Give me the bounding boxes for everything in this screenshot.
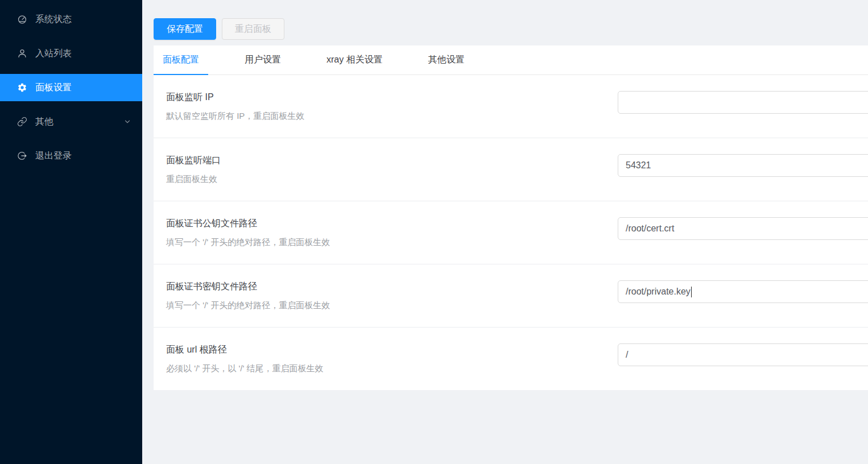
field-label: 面板证书密钥文件路径 (166, 280, 618, 293)
sidebar-item-label: 入站列表 (35, 48, 72, 60)
input-value: 54321 (626, 160, 651, 171)
field-description: 必须以 '/' 开头，以 '/' 结尾，重启面板生效 (166, 362, 618, 374)
sidebar-item-inbound-list[interactable]: 入站列表 (0, 40, 142, 67)
restart-panel-button[interactable]: 重启面板 (222, 18, 284, 40)
input-value: /root/private.key (626, 287, 691, 297)
panel-config-form: 面板监听 IP 默认留空监听所有 IP，重启面板生效 (154, 75, 868, 390)
settings-card: 面板配置 用户设置 xray 相关设置 其他设置 (154, 45, 868, 390)
tab-label: 面板配置 (163, 55, 199, 64)
tab-bar: 面板配置 用户设置 xray 相关设置 其他设置 (154, 45, 868, 75)
sidebar-item-label: 面板设置 (35, 82, 72, 94)
field-description: 填写一个 '/' 开头的绝对路径，重启面板生效 (166, 299, 618, 311)
tab-xray-settings[interactable]: xray 相关设置 (317, 45, 392, 74)
input-value: / (626, 350, 628, 360)
sidebar: 系统状态 入站列表 面板设置 (0, 0, 142, 464)
tab-panel-config[interactable]: 面板配置 (154, 45, 208, 74)
field-description: 默认留空监听所有 IP，重启面板生效 (166, 110, 618, 122)
sidebar-item-logout[interactable]: 退出登录 (0, 142, 142, 169)
field-description: 填写一个 '/' 开头的绝对路径，重启面板生效 (166, 236, 618, 248)
field-description: 重启面板生效 (166, 173, 618, 185)
main-content: 保存配置 重启面板 面板配置 用户设置 xray 相关设置 (142, 0, 868, 464)
tab-user-settings[interactable]: 用户设置 (235, 45, 290, 74)
tab-label: xray 相关设置 (326, 55, 383, 64)
tab-label: 用户设置 (245, 55, 281, 64)
cert-public-key-input[interactable]: /root/cert.crt (618, 217, 868, 240)
cert-private-key-input[interactable]: /root/private.key (618, 280, 868, 303)
field-cert-public-key-path: 面板证书公钥文件路径 填写一个 '/' 开头的绝对路径，重启面板生效 /root… (154, 201, 868, 264)
field-listen-port: 面板监听端口 重启面板生效 54321 (154, 138, 868, 201)
gear-icon (17, 82, 27, 93)
field-label: 面板监听 IP (166, 91, 618, 103)
listen-ip-input[interactable] (618, 91, 868, 114)
text-caret (691, 287, 692, 297)
logout-icon (17, 151, 27, 161)
dashboard-icon (17, 14, 27, 24)
listen-port-input[interactable]: 54321 (618, 154, 868, 177)
sidebar-item-panel-settings[interactable]: 面板设置 (0, 74, 142, 101)
url-root-path-input[interactable]: / (618, 343, 868, 366)
field-label: 面板监听端口 (166, 154, 618, 167)
sidebar-item-label: 系统状态 (35, 14, 72, 26)
user-icon (17, 48, 27, 59)
field-label: 面板 url 根路径 (166, 343, 618, 356)
field-cert-private-key-path: 面板证书密钥文件路径 填写一个 '/' 开头的绝对路径，重启面板生效 /root… (154, 264, 868, 327)
chevron-down-icon (124, 118, 131, 125)
link-icon (17, 117, 27, 127)
sidebar-item-label: 其他 (35, 116, 53, 128)
save-config-button[interactable]: 保存配置 (154, 18, 216, 40)
tab-other-settings[interactable]: 其他设置 (419, 45, 474, 74)
field-url-root-path: 面板 url 根路径 必须以 '/' 开头，以 '/' 结尾，重启面板生效 / (154, 327, 868, 390)
sidebar-item-other[interactable]: 其他 (0, 108, 142, 135)
toolbar: 保存配置 重启面板 (142, 0, 868, 45)
tab-label: 其他设置 (428, 55, 465, 64)
field-listen-ip: 面板监听 IP 默认留空监听所有 IP，重启面板生效 (154, 75, 868, 138)
sidebar-item-label: 退出登录 (35, 150, 72, 162)
app-window: 系统状态 入站列表 面板设置 (0, 0, 868, 464)
field-label: 面板证书公钥文件路径 (166, 217, 618, 230)
sidebar-item-system-status[interactable]: 系统状态 (0, 6, 142, 33)
input-value: /root/cert.crt (626, 223, 674, 234)
